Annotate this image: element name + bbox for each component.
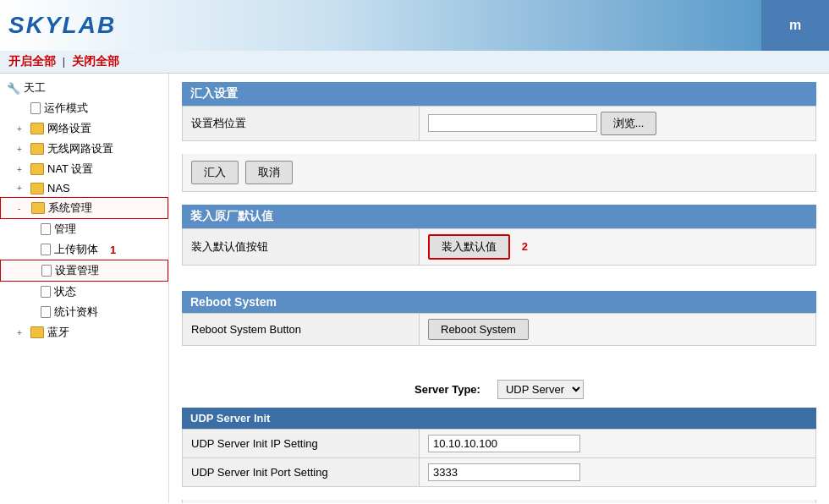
import-button[interactable]: 汇入 — [191, 161, 239, 184]
server-type-label: Server Type: — [414, 383, 480, 396]
udp-ip-label: UDP Server Init IP Setting — [183, 430, 420, 458]
sidebar-wangluo-label: 网络设置 — [47, 121, 91, 136]
sidebar-item-zhuangtai[interactable]: 状态 — [0, 282, 168, 302]
udp-table: UDP Server Init IP Setting UDP Server In… — [182, 429, 816, 487]
sidebar-shangchuan-label: 上传韧体 — [54, 242, 98, 257]
logo-text: SKYLAB — [8, 12, 116, 38]
udp-ip-value — [420, 430, 816, 458]
udp-port-label: UDP Server Init Port Setting — [183, 458, 420, 487]
page-icon-shezhi — [41, 265, 52, 277]
udp-ip-row: UDP Server Init IP Setting — [183, 430, 816, 458]
import-value-cell: 浏览... — [420, 107, 816, 141]
top-bar: 开启全部 | 关闭全部 — [0, 51, 829, 74]
separator: | — [63, 55, 65, 68]
sidebar-lanya-label: 蓝牙 — [47, 325, 69, 340]
defaults-table: 装入默认值按钮 装入默认值 2 — [182, 228, 816, 266]
server-type-row: Server Type: UDP Server TCP Server — [182, 371, 816, 408]
defaults-value-cell: 装入默认值 2 — [420, 229, 816, 266]
sidebar-item-nat[interactable]: + NAT 设置 — [0, 159, 168, 179]
sidebar-guanli-label: 管理 — [54, 222, 76, 237]
sidebar-item-shezhi[interactable]: 设置管理 — [0, 260, 168, 282]
udp-header: UDP Server Init — [182, 408, 816, 429]
udp-section: UDP Server Init UDP Server Init IP Setti… — [182, 408, 816, 503]
page-icon-tongji — [41, 306, 51, 318]
sidebar-xitong-label: 系统管理 — [48, 200, 92, 216]
defaults-section: 装入原厂默认值 装入默认值按钮 装入默认值 2 — [182, 205, 816, 266]
sidebar-item-tianGong[interactable]: 🔧 天工 — [0, 78, 168, 98]
sidebar-item-nas[interactable]: + NAS — [0, 179, 168, 197]
reboot-header: Reboot System — [182, 291, 816, 313]
header-right-text: m — [789, 18, 801, 33]
import-table: 设置档位置 浏览... — [182, 106, 816, 141]
sidebar-item-yunzuo[interactable]: 运作模式 — [0, 98, 168, 118]
udp-title: UDP Server Init — [190, 412, 270, 425]
reboot-table: Reboot System Button Reboot System — [182, 313, 816, 346]
reboot-label: Reboot System Button — [183, 314, 420, 346]
sidebar-nat-label: NAT 设置 — [47, 162, 93, 177]
udp-port-input[interactable] — [428, 463, 580, 481]
main-layout: 🔧 天工 运作模式 + 网络设置 + 无线网路设置 + NAT 设置 — [0, 74, 829, 503]
sidebar-item-wuxian[interactable]: + 无线网路设置 — [0, 139, 168, 159]
sidebar-wuxian-label: 无线网路设置 — [47, 141, 113, 156]
defaults-badge: 2 — [522, 240, 528, 253]
defaults-title: 装入原厂默认值 — [190, 209, 273, 222]
sidebar-item-lanya[interactable]: + 蓝牙 — [0, 322, 168, 342]
header-right: m — [761, 0, 829, 51]
import-btn-group: 汇入 取消 — [182, 154, 816, 192]
sidebar: 🔧 天工 运作模式 + 网络设置 + 无线网路设置 + NAT 设置 — [0, 74, 169, 503]
import-label: 设置档位置 — [183, 107, 420, 141]
sidebar-yunzuo-label: 运作模式 — [44, 101, 88, 116]
import-header: 汇入设置 — [182, 82, 816, 106]
open-all-link[interactable]: 开启全部 — [8, 54, 56, 68]
udp-port-value — [420, 458, 816, 487]
udp-port-row: UDP Server Init Port Setting — [183, 458, 816, 487]
wrench-icon: 🔧 — [7, 82, 20, 95]
reboot-title: Reboot System — [190, 295, 277, 309]
import-filepath-input[interactable] — [428, 114, 597, 132]
badge-1: 1 — [110, 244, 116, 256]
sidebar-tongji-label: 统计资料 — [54, 304, 98, 320]
sidebar-item-guanli[interactable]: 管理 — [0, 219, 168, 239]
defaults-row: 装入默认值按钮 装入默认值 2 — [183, 229, 816, 266]
sidebar-shezhi-label: 设置管理 — [55, 263, 99, 278]
folder-icon-wangluo — [30, 123, 44, 134]
defaults-label: 装入默认值按钮 — [183, 229, 420, 266]
reboot-section: Reboot System Reboot System Button Reboo… — [182, 291, 816, 346]
reboot-button[interactable]: Reboot System — [428, 319, 529, 340]
defaults-header: 装入原厂默认值 — [182, 205, 816, 228]
server-type-select[interactable]: UDP Server TCP Server — [497, 380, 584, 399]
reboot-value-cell: Reboot System — [420, 314, 816, 346]
folder-icon-xitong — [31, 202, 45, 214]
main-content: 汇入设置 设置档位置 浏览... 汇入 取消 — [169, 74, 829, 503]
close-all-link[interactable]: 关闭全部 — [72, 54, 119, 68]
sidebar-item-xitong[interactable]: - 系统管理 — [0, 197, 168, 219]
folder-icon-nat — [30, 163, 44, 175]
header: SKYLAB m — [0, 0, 829, 51]
sidebar-tianGong-label: 天工 — [24, 80, 46, 96]
load-defaults-button[interactable]: 装入默认值 — [428, 234, 510, 260]
page-icon-guanli — [41, 223, 51, 235]
sidebar-nas-label: NAS — [47, 182, 70, 194]
folder-icon-lanya — [30, 326, 44, 338]
page-icon-shangchuan — [41, 244, 51, 255]
page-icon-zhuangtai — [41, 286, 51, 298]
logo: SKYLAB — [8, 12, 116, 39]
sidebar-item-tongji[interactable]: 统计资料 — [0, 302, 168, 322]
import-row: 设置档位置 浏览... — [183, 107, 816, 141]
import-cancel-button[interactable]: 取消 — [245, 161, 293, 184]
udp-btn-group: Apply Cancel — [182, 500, 816, 503]
browse-button[interactable]: 浏览... — [601, 112, 657, 135]
page-icon-yunzuo — [30, 102, 41, 114]
udp-ip-input[interactable] — [428, 435, 580, 452]
sidebar-item-shangchuan[interactable]: 上传韧体 1 — [0, 239, 168, 260]
import-section: 汇入设置 设置档位置 浏览... 汇入 取消 — [182, 82, 816, 192]
sidebar-item-wangluo[interactable]: + 网络设置 — [0, 118, 168, 139]
folder-icon-nas — [30, 183, 44, 194]
import-title: 汇入设置 — [190, 86, 238, 100]
reboot-row: Reboot System Button Reboot System — [183, 314, 816, 346]
folder-icon-wuxian — [30, 143, 44, 155]
sidebar-zhuangtai-label: 状态 — [54, 284, 76, 299]
